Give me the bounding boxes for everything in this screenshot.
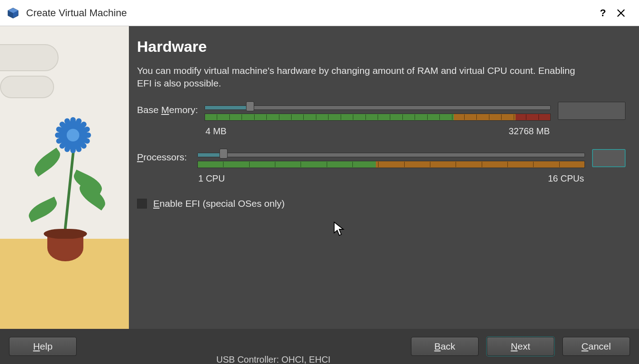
processors-max-label: 16 CPUs (548, 173, 584, 184)
processors-row: Processors: 1 CPU 16 CPUs (137, 149, 625, 192)
processors-min-label: 1 CPU (198, 173, 225, 184)
back-button[interactable]: Back (411, 337, 479, 356)
cancel-button[interactable]: Cancel (562, 337, 630, 356)
processors-slider[interactable] (197, 149, 585, 161)
processors-label: Processors: (137, 149, 197, 163)
memory-min-label: 4 MB (205, 126, 227, 136)
processors-ruler (197, 161, 585, 171)
memory-slider[interactable] (205, 102, 551, 114)
window-title: Create Virtual Machine (26, 7, 127, 19)
peek-text: USB Controller: OHCI, EHCI (216, 355, 330, 364)
memory-label: Base Memory: (137, 102, 205, 115)
efi-checkbox[interactable] (137, 199, 147, 209)
next-button[interactable]: Next (487, 337, 554, 356)
processors-spinbox[interactable]: ▲ ▼ (592, 149, 625, 167)
app-icon (7, 7, 19, 19)
processors-slider-thumb[interactable] (219, 149, 228, 159)
main-panel: Hardware You can modify virtual machine'… (129, 26, 639, 329)
memory-ruler (205, 114, 551, 123)
processors-input[interactable] (593, 150, 639, 167)
memory-input[interactable] (558, 102, 639, 119)
memory-spinbox[interactable]: MB ▲ ▼ (558, 102, 625, 120)
efi-checkbox-row[interactable]: Enable EFI (special OSes only) (137, 198, 625, 209)
help-button[interactable]: Help (9, 337, 77, 356)
close-button[interactable] (612, 4, 630, 22)
help-titlebar-button[interactable]: ? (594, 4, 612, 22)
memory-max-label: 32768 MB (509, 126, 550, 136)
memory-slider-thumb[interactable] (246, 101, 254, 111)
title-bar: Create Virtual Machine ? (0, 0, 639, 26)
sidebar-illustration (0, 26, 129, 329)
page-heading: Hardware (137, 38, 625, 55)
page-description: You can modify virtual machine's hardwar… (137, 64, 588, 90)
memory-row: Base Memory: 4 MB 32768 MB (137, 102, 625, 145)
